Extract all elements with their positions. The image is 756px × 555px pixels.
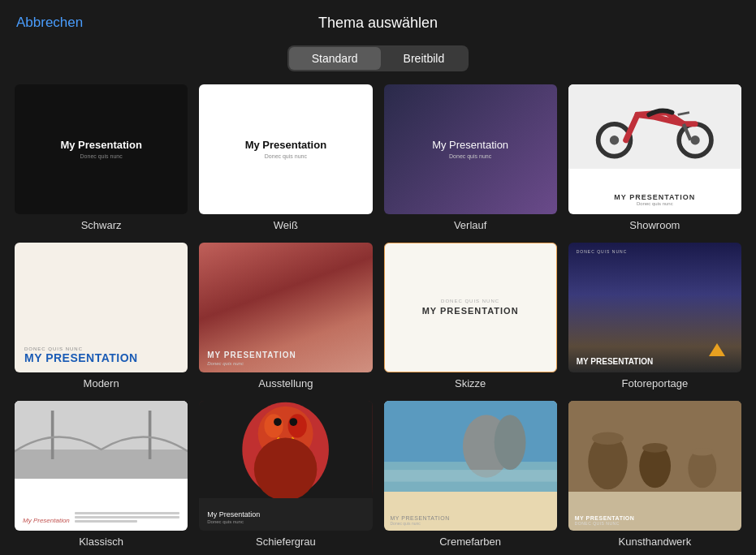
bottom-fade [0,549,756,555]
theme-thumb-ausstellung: MY PRESENTATION Donec quis nunc [199,243,372,372]
theme-item-cremefarben[interactable]: MY PRESENTATION Donec quis nunc Cremefar… [384,401,557,548]
bridge-area [15,401,188,479]
theme-item-modern[interactable]: DONEC QUIS NUNC MY PRESENTATION Modern [15,243,188,389]
svg-point-21 [494,415,525,470]
svg-line-5 [678,113,689,115]
theme-label-ausstellung: Ausstellung [258,377,313,389]
pots-area [568,401,741,492]
theme-label-modern: Modern [84,377,119,389]
klassisch-lines [75,512,179,524]
theme-title-kunsthandwerk: MY PRESENTATION [575,515,735,521]
theme-item-verlauf[interactable]: My Presentation Donec quis nunc Verlauf [384,84,557,231]
theme-title-skizze: MY PRESENTATION [422,306,519,316]
svg-point-3 [690,136,699,144]
theme-title-klassisch: My Presentation [23,517,70,524]
theme-sublabel-fotoreportage: DONEC QUIS NUNC [577,249,733,254]
theme-title-fotoreportage: MY PRESENTATION [577,357,733,366]
breitbild-toggle[interactable]: Breitbild [381,47,468,70]
theme-thumb-klassisch: My Presentation [15,401,188,531]
cancel-button[interactable]: Abbrechen [16,15,83,31]
theme-item-schwarz[interactable]: My Presentation Donec quis nunc Schwarz [15,84,188,231]
theme-thumb-schwarz: My Presentation Donec quis nunc [15,84,188,214]
theme-sub-ausstellung: Donec quis nunc [207,361,364,366]
theme-title-showroom: MY PRESENTATION [614,193,695,201]
svg-point-29 [691,448,713,456]
theme-thumb-showroom: MY PRESENTATION Donec quis nunc [568,84,741,214]
view-toggle-group: Standard Breitbild [287,45,469,71]
svg-point-16 [290,418,298,426]
svg-point-27 [642,443,667,453]
svg-point-15 [274,418,282,426]
theme-thumb-skizze: DONEC QUIS NUNC MY PRESENTATION [384,243,557,372]
bike-area [568,84,741,169]
theme-title-weiss: My Presentation [245,139,326,151]
theme-item-skizze[interactable]: DONEC QUIS NUNC MY PRESENTATION Skizze [384,243,557,389]
theme-thumb-fotoreportage: DONEC QUIS NUNC MY PRESENTATION [568,243,741,372]
theme-sub-cremefarben: Donec quis nunc [391,521,551,526]
svg-point-14 [288,414,307,437]
theme-label-kunsthandwerk: Kunsthandwerk [619,536,692,548]
motorcycle-icon [585,92,724,161]
theme-title-ausstellung: MY PRESENTATION [207,351,364,359]
theme-title-modern: MY PRESENTATION [24,351,178,364]
sea-area [384,401,557,492]
svg-point-25 [592,432,624,445]
page-title: Thema auswählen [318,15,438,32]
theme-item-fotoreportage[interactable]: DONEC QUIS NUNC MY PRESENTATION Fotorepo… [568,243,741,389]
theme-thumb-schiefergrau: My Presentation Donec quis nunc [199,401,372,531]
theme-item-showroom[interactable]: MY PRESENTATION Donec quis nunc Showroom [568,84,741,231]
theme-sub-weiss: Donec quis nunc [265,153,307,159]
svg-rect-22 [384,470,557,482]
svg-rect-7 [15,450,188,479]
theme-label-cremefarben: Cremefarben [439,536,501,548]
standard-toggle[interactable]: Standard [289,47,381,70]
theme-thumb-verlauf: My Presentation Donec quis nunc [384,84,557,214]
header: Abbrechen Thema auswählen [0,0,756,45]
theme-sub-schwarz: Donec quis nunc [80,153,123,159]
theme-label-verlauf: Verlauf [454,219,486,231]
theme-title-cremefarben: MY PRESENTATION [391,515,551,521]
klassisch-line-1 [75,512,179,514]
theme-sublabel-skizze: DONEC QUIS NUNC [441,299,499,303]
tent-icon [709,343,725,356]
theme-thumb-kunsthandwerk: MY PRESENTATION DONEC QUIS NUNC [568,401,741,531]
klassisch-bottom-info: My Presentation [23,512,179,524]
theme-sub-showroom: Donec quis nunc [614,201,695,206]
theme-label-klassisch: Klassisch [79,536,123,548]
theme-item-schiefergrau[interactable]: My Presentation Donec quis nunc Schiefer… [199,401,372,548]
theme-label-schiefergrau: Schiefergrau [256,536,316,548]
theme-sub-schiefergrau: Donec quis nunc [207,519,364,524]
klassisch-line-3 [75,520,138,523]
svg-point-13 [265,414,283,437]
theme-thumb-modern: DONEC QUIS NUNC MY PRESENTATION [15,243,188,372]
theme-label-weiss: Weiß [274,219,298,231]
theme-label-fotoreportage: Fotoreportage [622,377,689,389]
view-toggle-bar: Standard Breitbild [0,45,756,71]
theme-item-weiss[interactable]: My Presentation Donec quis nunc Weiß [199,84,372,231]
parrot-area [199,401,372,498]
theme-sub-verlauf: Donec quis nunc [449,153,491,159]
theme-thumb-cremefarben: MY PRESENTATION Donec quis nunc [384,401,557,531]
theme-item-ausstellung[interactable]: MY PRESENTATION Donec quis nunc Ausstell… [199,243,372,389]
klassisch-line-2 [75,516,179,518]
theme-title-verlauf: My Presentation [432,139,508,151]
theme-thumb-weiss: My Presentation Donec quis nunc [199,84,372,214]
themes-grid: My Presentation Donec quis nunc Schwarz … [0,84,756,548]
theme-label-showroom: Showroom [629,219,680,231]
theme-label-schwarz: Schwarz [81,219,122,231]
theme-title-schiefergrau: My Presentation [207,510,364,518]
theme-item-klassisch[interactable]: My Presentation Klassisch [15,401,188,548]
svg-point-2 [610,136,619,144]
theme-label-skizze: Skizze [455,377,486,389]
svg-point-17 [254,437,318,498]
theme-sub-kunsthandwerk: DONEC QUIS NUNC [575,521,735,526]
theme-item-kunsthandwerk[interactable]: MY PRESENTATION DONEC QUIS NUNC Kunsthan… [568,401,741,548]
theme-title-schwarz: My Presentation [60,139,141,151]
showroom-bottom-text: MY PRESENTATION Donec quis nunc [614,193,695,206]
